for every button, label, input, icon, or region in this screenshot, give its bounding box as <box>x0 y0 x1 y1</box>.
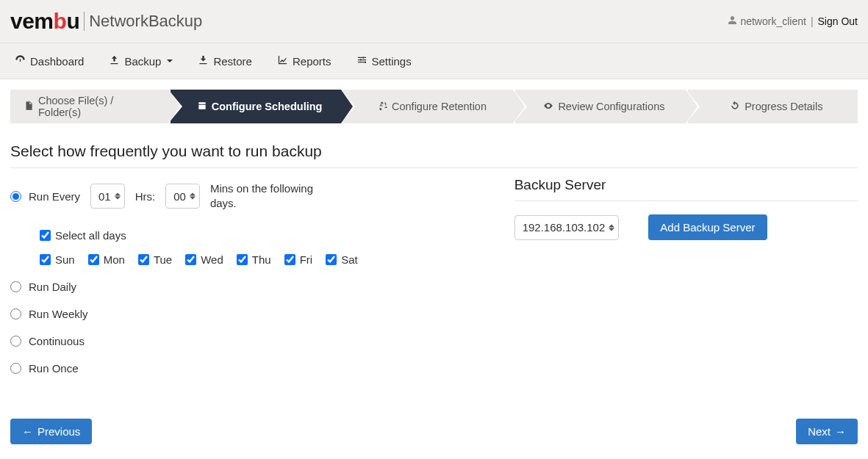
spinner-icon <box>190 193 196 200</box>
radio-continuous[interactable] <box>10 336 21 347</box>
logo[interactable]: vembu NetworkBackup <box>10 9 202 34</box>
days-row: Sun Mon Tue Wed Thu Fri Sat <box>40 246 485 273</box>
step-choose-label: Choose File(s) / Folder(s) <box>38 95 151 118</box>
hours-select[interactable]: 01 <box>90 184 125 209</box>
next-label: Next <box>808 425 831 438</box>
user-icon <box>728 15 737 27</box>
svg-point-2 <box>364 61 366 63</box>
day-tue[interactable]: Tue <box>138 253 172 266</box>
nav-restore[interactable]: Restore <box>193 48 257 73</box>
day-wed-label: Wed <box>201 253 223 266</box>
day-mon[interactable]: Mon <box>88 253 125 266</box>
nav-backup-label: Backup <box>124 55 161 68</box>
recycle-icon <box>377 101 387 113</box>
continuous-label: Continuous <box>29 335 85 347</box>
radio-run-once[interactable] <box>10 363 21 374</box>
wizard-steps: Choose File(s) / Folder(s) Configure Sch… <box>0 79 868 123</box>
step-choose-files[interactable]: Choose File(s) / Folder(s) <box>10 90 168 123</box>
add-backup-server-label: Add Backup Server <box>660 221 755 234</box>
checkbox-select-all[interactable] <box>40 230 51 241</box>
user-divider: | <box>811 15 814 27</box>
day-sat-label: Sat <box>341 253 358 266</box>
step-progress-label: Progress Details <box>745 101 822 112</box>
day-sat[interactable]: Sat <box>326 253 358 266</box>
day-fri[interactable]: Fri <box>284 253 313 266</box>
option-continuous[interactable]: Continuous <box>10 328 485 355</box>
select-all-label: Select all days <box>55 229 126 242</box>
day-sun[interactable]: Sun <box>40 253 75 266</box>
checkbox-thu[interactable] <box>237 254 248 265</box>
hrs-label: Hrs: <box>135 190 156 203</box>
upload-icon <box>109 54 120 68</box>
nav-settings[interactable]: Settings <box>352 48 416 73</box>
mins-value: 00 <box>173 190 186 203</box>
spinner-icon <box>115 193 121 200</box>
option-run-every[interactable]: Run Every <box>10 183 80 210</box>
svg-point-0 <box>362 57 365 59</box>
run-weekly-label: Run Weekly <box>29 308 88 320</box>
step-retention-label: Configure Retention <box>392 101 487 112</box>
chevron-down-icon <box>167 59 173 62</box>
nav-dashboard-label: Dashboard <box>30 55 84 68</box>
page-title: Select how frequently you want to run ba… <box>10 132 858 168</box>
checkbox-sat[interactable] <box>326 254 337 265</box>
calendar-icon <box>197 101 207 113</box>
checkbox-sun[interactable] <box>40 254 51 265</box>
day-fri-label: Fri <box>300 253 313 266</box>
day-tue-label: Tue <box>154 253 172 266</box>
hours-value: 01 <box>98 190 111 203</box>
spinner-icon <box>609 224 614 231</box>
day-wed[interactable]: Wed <box>185 253 223 266</box>
checkbox-mon[interactable] <box>88 254 99 265</box>
step-progress-details[interactable]: Progress Details <box>688 90 858 123</box>
backup-server-select[interactable]: 192.168.103.102 <box>514 215 620 240</box>
schedule-panel: Run Every 01 Hrs: 00 Mins on the followi… <box>10 177 485 382</box>
footer-buttons: ← Previous Next → <box>0 397 868 458</box>
add-backup-server-button[interactable]: Add Backup Server <box>648 214 767 240</box>
dashboard-icon <box>15 54 26 68</box>
backup-server-panel: Backup Server 192.168.103.102 Add Backup… <box>514 177 858 382</box>
day-mon-label: Mon <box>104 253 125 266</box>
day-thu[interactable]: Thu <box>237 253 271 266</box>
checkbox-tue[interactable] <box>138 254 149 265</box>
next-button[interactable]: Next → <box>796 419 858 444</box>
step-configure-scheduling[interactable]: Configure Scheduling <box>171 90 340 123</box>
nav-dashboard[interactable]: Dashboard <box>10 48 88 73</box>
mins-select[interactable]: 00 <box>165 184 200 209</box>
option-run-daily[interactable]: Run Daily <box>10 273 485 300</box>
option-run-weekly[interactable]: Run Weekly <box>10 300 485 328</box>
arrow-right-icon: → <box>835 425 846 438</box>
chart-icon <box>277 54 288 68</box>
user-area: network_client | Sign Out <box>728 15 858 27</box>
logo-b: b <box>54 9 67 34</box>
username-label: network_client <box>740 15 806 27</box>
nav-backup[interactable]: Backup <box>104 48 177 73</box>
radio-run-daily[interactable] <box>10 281 21 292</box>
checkbox-fri[interactable] <box>284 254 295 265</box>
radio-run-every[interactable] <box>10 191 21 202</box>
select-all-days[interactable]: Select all days <box>40 229 126 242</box>
download-icon <box>198 54 209 68</box>
logo-vem: vem <box>10 9 54 34</box>
day-sun-label: Sun <box>55 253 75 266</box>
step-schedule-label: Configure Scheduling <box>212 101 323 112</box>
signout-link[interactable]: Sign Out <box>818 15 858 27</box>
run-every-label: Run Every <box>29 190 80 203</box>
previous-button[interactable]: ← Previous <box>10 419 92 444</box>
logo-divider <box>84 12 85 31</box>
nav-reports-label: Reports <box>293 55 331 68</box>
nav-restore-label: Restore <box>213 55 252 68</box>
refresh-icon <box>730 101 740 113</box>
nav-reports[interactable]: Reports <box>273 48 336 73</box>
radio-run-weekly[interactable] <box>10 308 21 319</box>
sliders-icon <box>356 54 367 68</box>
day-thu-label: Thu <box>252 253 271 266</box>
logo-product: NetworkBackup <box>89 12 202 31</box>
step-review-config[interactable]: Review Configurations <box>515 90 685 123</box>
run-once-label: Run Once <box>29 362 79 375</box>
run-daily-label: Run Daily <box>29 281 76 293</box>
option-run-once[interactable]: Run Once <box>10 355 485 382</box>
main-nav: Dashboard Backup Restore Reports Setting… <box>0 43 868 79</box>
step-configure-retention[interactable]: Configure Retention <box>343 90 513 123</box>
checkbox-wed[interactable] <box>185 254 196 265</box>
